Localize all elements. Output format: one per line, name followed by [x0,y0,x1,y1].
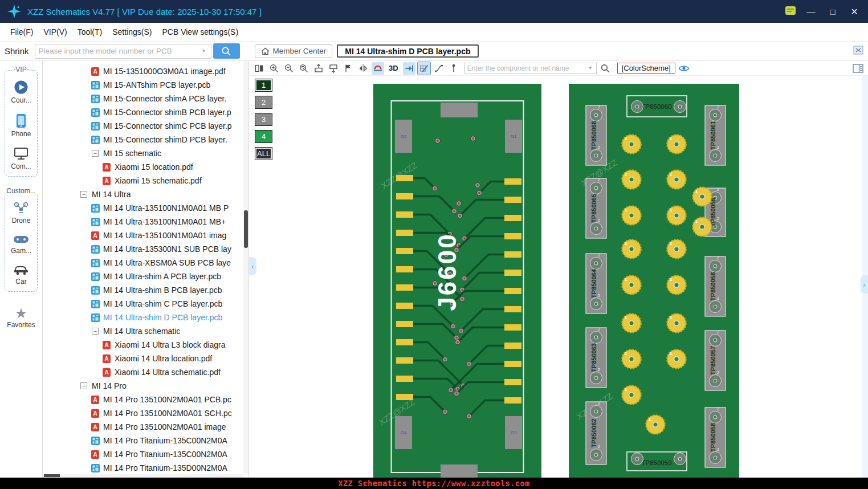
sidebar-item-drone[interactable]: Drone [12,201,31,225]
tree-item[interactable]: AXiaomi 14 Ultra location.pdf [43,352,243,365]
collapse-tree-handle[interactable]: ‹ [249,257,256,275]
collapse-icon[interactable]: − [80,382,87,389]
close-view-icon[interactable] [853,46,863,57]
tree-item[interactable]: AXiaomi 14 Ultra L3 block diagra [43,338,243,352]
flag-icon[interactable] [342,62,354,75]
vip-card-icon[interactable] [785,6,796,18]
tree-item[interactable]: MI 15-Connector shimC PCB layer.p [43,119,243,133]
pcb-board-left[interactable]: XZZ@XZZXZZ@XZZG2G1G4G3J6600 [373,84,541,478]
tree-item[interactable]: MI 14 Ultra-shim A PCB layer.pcb [43,270,243,283]
pcb-file-icon [91,437,100,445]
maximize-button[interactable]: □ [826,7,840,17]
tree-item[interactable]: AMI 14 Pro 135100N2M0A01 SCH.pc [43,406,243,420]
sidebar-item-phone[interactable]: Phone [11,113,31,138]
split-view-icon[interactable] [253,62,266,75]
tree-item[interactable]: AMI 15-1351000O3M0A1 image.pdf [43,64,243,78]
svg-text:2: 2 [598,401,600,405]
tree-item[interactable]: −MI 15 schematic [43,146,243,160]
menu-item-filef[interactable]: File(F) [10,27,33,36]
tree-item[interactable]: AXiaomi 15 schematic.pdf [43,174,243,188]
tree-item[interactable]: AXiaomi 14 Ultra schematic.pdf [43,365,243,379]
jump-arrow-icon[interactable] [403,62,415,75]
tree-item[interactable]: AMI 14 Ultra-135100N1M0A01 imag [43,229,243,242]
tab-active[interactable]: MI 14 Ultra-shim D PCB layer.pcb [337,44,478,58]
layers-panel-icon[interactable] [851,62,864,75]
probe-icon[interactable] [447,62,460,75]
minimize-button[interactable]: — [804,7,818,17]
member-center-button[interactable]: Member Center [255,44,333,58]
sidebar-item-course[interactable]: Cour... [11,80,31,104]
svg-text:2: 2 [598,253,600,257]
measure-icon[interactable] [433,62,445,75]
tree-item[interactable]: MI 14 Ultra-135100N1M0A01 MB+ [43,215,243,229]
dropdown-icon[interactable]: ▼ [587,66,594,71]
tree-item[interactable]: MI 15-ANTshim PCB layer.pcb [43,78,243,92]
view-top-icon[interactable] [312,62,325,75]
tree-item[interactable]: MI 15-Connector shimD PCB layer. [43,133,243,146]
collapse-right-handle[interactable]: › [861,275,868,294]
layer-button-1[interactable]: 1 [255,79,272,92]
testpoint-label: TP850056 [710,272,716,301]
tree-item[interactable]: AXiaomi 15 location.pdf [43,160,243,174]
tree-item[interactable]: AMI 14 Pro 135100N2M0A01 PCB.pc [43,393,243,406]
board-flip-icon[interactable] [372,62,384,75]
tree-item-label: MI 15-ANTshim PCB layer.pcb [103,80,210,89]
sidebar-item-game[interactable]: Gam... [11,234,31,255]
sidebar-item-computer[interactable]: Com... [11,147,31,170]
sidebar-item-favorites[interactable]: ★ Favorites [7,307,35,329]
menu-item-settingss[interactable]: Settings(S) [112,27,152,36]
collapse-icon[interactable]: − [92,328,99,335]
search-button[interactable] [213,43,240,59]
close-button[interactable]: × [847,6,861,17]
tree-item[interactable]: MI 14 Ultra-135100N1M0A01 MB P [43,201,243,215]
scrollbar-thumb[interactable] [44,474,60,477]
tree-item[interactable]: MI 14 Ultra-shim D PCB layer.pcb [43,311,243,324]
colorscheme-button[interactable]: [ColorScheme] [617,63,675,74]
tree-item[interactable]: MI 14 Ultra-shim C PCB layer.pcb [43,297,243,311]
tree-item[interactable]: MI 15-Connector shimB PCB layer.p [43,105,243,119]
model-search-input[interactable] [39,47,201,55]
collapse-icon[interactable]: − [80,191,87,198]
tree-item-label: Xiaomi 14 Ultra location.pdf [115,354,212,363]
tree-vertical-scrollbar[interactable] [243,61,248,474]
component-search-button[interactable] [599,62,612,75]
component-search-input[interactable] [467,64,587,72]
pdf-icon: A [103,163,111,172]
tree-item[interactable]: MI 14 Pro Titanium-135D00N2M0A [43,461,243,475]
tree-item[interactable]: MI 14 Ultra-135300N1 SUB PCB lay [43,242,243,256]
layer-button-4[interactable]: 4 [255,130,272,143]
tree-item[interactable]: MI 14 Ultra-XBSM0A SUB PCB laye [43,256,243,270]
menu-item-toolt[interactable]: Tool(T) [78,27,103,36]
tree-item[interactable]: AMI 14 Pro Titanium-135C00N2M0A [43,447,243,461]
3d-view-button[interactable]: 3D [386,62,401,75]
collapse-icon[interactable]: − [92,150,99,157]
mirror-icon[interactable] [357,62,369,75]
tree-item[interactable]: MI 14 Pro Titanium-135C00N2M0A [43,434,243,447]
tree-item[interactable]: AMI 14 Pro 135100N2M0A01 image [43,420,243,434]
pcb-board-right[interactable]: XZZ@XZZXZZ@XZZTP850060TP85005922TP850066… [569,84,739,478]
zoom-refresh-icon[interactable] [298,62,310,75]
tree-item[interactable]: −MI 14 Ultra [43,188,243,201]
tree-item[interactable]: MI 15-Connector shimA PCB layer. [43,92,243,105]
svg-text:2: 2 [717,145,719,149]
shrink-button[interactable]: Shrink [5,46,29,56]
sidebar-item-car[interactable]: Car [13,264,29,286]
menu-item-vipv[interactable]: VIP(V) [43,27,67,36]
layer-button-3[interactable]: 3 [255,113,272,126]
tree-item[interactable]: −MI 14 Ultra schematic [43,324,243,338]
view-bottom-icon[interactable] [327,62,340,75]
layer-button-all[interactable]: ALL [255,147,272,160]
scrollbar-thumb[interactable] [244,210,248,248]
dropdown-icon[interactable]: ▼ [201,48,207,54]
zoom-out-icon[interactable] [283,62,295,75]
pcb-view[interactable]: 1234ALL XZZ@XZZXZZ@XZZG2G1G4G3J6600 XZZ@… [249,76,868,478]
layer-button-2[interactable]: 2 [255,96,272,109]
drone-icon [14,201,28,215]
net-highlight-icon[interactable] [418,62,430,75]
menu-item-pcbviewsettingss[interactable]: PCB View settings(S) [162,27,238,36]
svg-text:1: 1 [670,277,673,282]
tree-item[interactable]: MI 14 Ultra-shim B PCB layer.pcb [43,283,243,297]
visibility-eye-icon[interactable] [678,62,690,75]
zoom-in-icon[interactable] [268,62,280,75]
tree-item[interactable]: −MI 14 Pro [43,379,243,393]
